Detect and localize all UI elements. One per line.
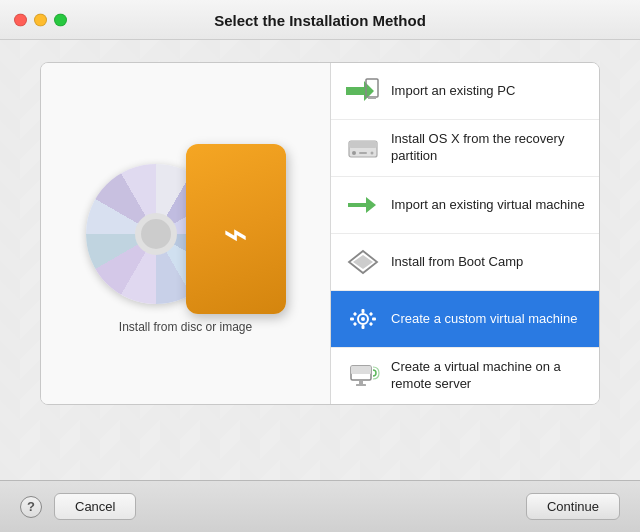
svg-rect-20 — [369, 322, 373, 326]
svg-rect-14 — [362, 325, 365, 329]
disc-image: ⌁ — [86, 144, 286, 304]
svg-rect-24 — [356, 384, 366, 386]
svg-rect-4 — [349, 141, 377, 148]
svg-rect-22 — [351, 366, 371, 374]
bootcamp-icon — [345, 244, 381, 280]
close-button[interactable] — [14, 13, 27, 26]
disc-label: Install from disc or image — [119, 320, 252, 334]
footer: ? Cancel Continue — [0, 480, 640, 532]
svg-point-12 — [361, 317, 365, 321]
installation-panel: ⌁ Install from disc or image Impor — [40, 62, 600, 405]
option-install-bootcamp-label: Install from Boot Camp — [391, 254, 523, 271]
svg-rect-13 — [362, 309, 365, 313]
main-content: ⌁ Install from disc or image Impor — [0, 40, 640, 480]
traffic-lights — [14, 13, 67, 26]
option-import-pc[interactable]: Import an existing PC — [331, 63, 599, 120]
help-button[interactable]: ? — [20, 496, 42, 518]
left-panel: ⌁ Install from disc or image — [41, 63, 331, 404]
svg-rect-16 — [372, 318, 376, 321]
option-import-vm[interactable]: Import an existing virtual machine — [331, 177, 599, 234]
import-pc-icon — [345, 73, 381, 109]
option-install-osx-recovery-label: Install OS X from the recovery partition — [391, 131, 585, 165]
usb-symbol: ⌁ — [223, 213, 248, 255]
import-vm-icon — [345, 187, 381, 223]
svg-rect-17 — [353, 312, 357, 316]
option-import-vm-label: Import an existing virtual machine — [391, 197, 585, 214]
svg-rect-15 — [350, 318, 354, 321]
usb-drive-icon: ⌁ — [186, 144, 286, 314]
svg-rect-19 — [353, 322, 357, 326]
minimize-button[interactable] — [34, 13, 47, 26]
option-create-custom-vm[interactable]: Create a custom virtual machine — [331, 291, 599, 348]
svg-rect-2 — [368, 97, 376, 99]
svg-marker-8 — [348, 197, 376, 213]
cancel-button[interactable]: Cancel — [54, 493, 136, 520]
option-import-pc-label: Import an existing PC — [391, 83, 515, 100]
svg-rect-18 — [369, 312, 373, 316]
footer-left: ? Cancel — [20, 493, 136, 520]
window-title: Select the Installation Method — [16, 12, 624, 29]
svg-rect-23 — [359, 381, 363, 384]
custom-vm-icon — [345, 301, 381, 337]
title-bar: Select the Installation Method — [0, 0, 640, 40]
recovery-icon — [345, 130, 381, 166]
remote-vm-icon — [345, 358, 381, 394]
option-remote-vm[interactable]: Create a virtual machine on a remote ser… — [331, 348, 599, 404]
maximize-button[interactable] — [54, 13, 67, 26]
svg-rect-7 — [359, 152, 367, 154]
continue-button[interactable]: Continue — [526, 493, 620, 520]
option-install-osx-recovery[interactable]: Install OS X from the recovery partition — [331, 120, 599, 177]
option-install-bootcamp[interactable]: Install from Boot Camp — [331, 234, 599, 291]
option-remote-vm-label: Create a virtual machine on a remote ser… — [391, 359, 585, 393]
options-list: Import an existing PC Install OS X from … — [331, 63, 599, 404]
svg-point-5 — [352, 151, 356, 155]
svg-point-6 — [371, 152, 374, 155]
option-create-custom-vm-label: Create a custom virtual machine — [391, 311, 577, 328]
